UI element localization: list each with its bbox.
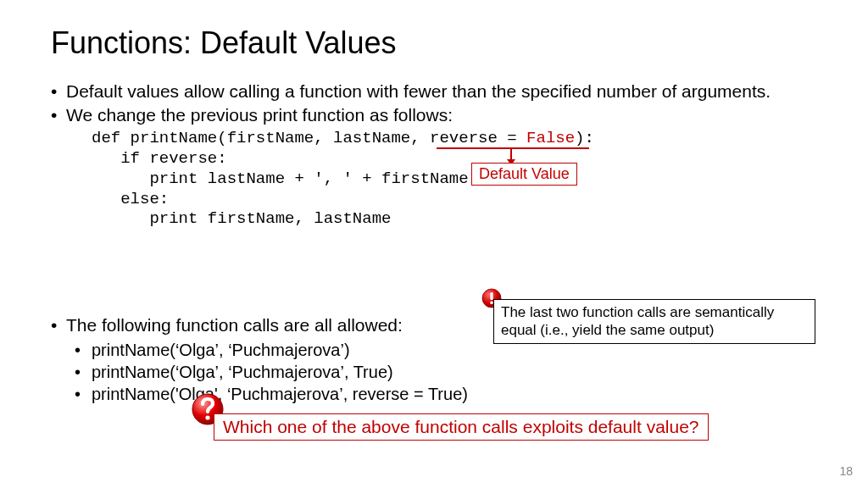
bullet-1: Default values allow calling a function … [51,81,817,102]
code-l1a: def printName(firstName, lastName, rever… [92,129,526,147]
code-false: False [526,129,575,147]
code-l5: print firstName, lastName [92,209,391,228]
slide-title: Functions: Default Values [51,25,817,61]
default-value-label: Default Value [471,163,577,186]
code-block: def printName(firstName, lastName, rever… [92,129,817,310]
code-l3: print lastName + ', ' + firstName [92,169,469,188]
bullet-2: We change the previous print function as… [51,105,817,125]
call-2: printName(‘Olga’, ‘Puchmajerova’, True) [75,361,817,383]
code-l4: else: [92,190,169,208]
arrow-down-icon [510,149,512,161]
page-number: 18 [839,464,853,478]
call-3: printName('Olga', ‘Puchmajerova’, revers… [75,383,817,405]
svg-point-4 [205,415,209,419]
note-box: The last two function calls are semantic… [493,299,815,344]
code-l1c: ): [575,129,594,147]
underline-annotation [437,147,589,149]
question-box: Which one of the above function calls ex… [214,413,709,441]
code-l2: if reverse: [92,149,227,168]
